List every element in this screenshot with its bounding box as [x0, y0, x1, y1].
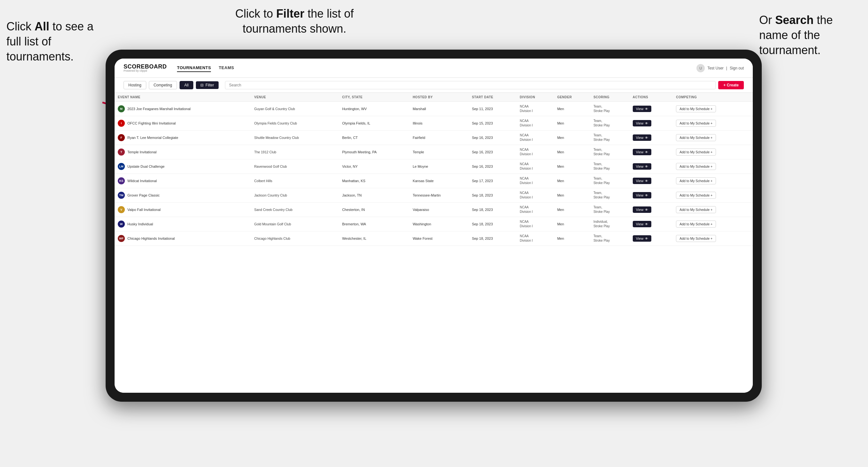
- cell-actions-6: View 👁: [629, 188, 673, 203]
- cell-actions-3: View 👁: [629, 145, 673, 159]
- cell-venue-0: Guyan Golf & Country Club: [251, 102, 339, 116]
- event-name-8: Husky Individual: [127, 222, 153, 226]
- add-schedule-button-7[interactable]: Add to My Schedule +: [676, 206, 716, 213]
- hosting-filter-button[interactable]: Hosting: [124, 81, 146, 89]
- event-name-0: 2023 Joe Feaganes Marshall Invitational: [127, 107, 191, 111]
- table-row: TM Grover Page Classic Jackson Country C…: [115, 188, 753, 203]
- search-input[interactable]: [225, 81, 716, 89]
- cell-start-date-6: Sep 18, 2023: [469, 188, 517, 203]
- event-name-4: Upstate Dual Challenge: [127, 164, 164, 168]
- cell-hosted-by-1: Illinois: [409, 116, 469, 131]
- cell-start-date-5: Sep 17, 2023: [469, 174, 517, 188]
- view-button-6[interactable]: View 👁: [633, 192, 652, 198]
- cell-hosted-by-3: Temple: [409, 145, 469, 159]
- team-logo-8: W: [118, 221, 125, 227]
- avatar: U: [696, 64, 705, 72]
- annotation-topleft: Click All to see a full list of tourname…: [6, 19, 96, 64]
- cell-hosted-by-5: Kansas State: [409, 174, 469, 188]
- cell-division-3: NCAADivision I: [517, 145, 554, 159]
- cell-city-state-0: Huntington, WV: [339, 102, 409, 116]
- team-logo-6: TM: [118, 192, 125, 199]
- cell-scoring-4: Team,Stroke Play: [590, 159, 629, 174]
- cell-division-4: NCAADivision I: [517, 159, 554, 174]
- cell-competing-1: Add to My Schedule +: [673, 116, 753, 131]
- view-button-4[interactable]: View 👁: [633, 163, 652, 169]
- view-button-9[interactable]: View 👁: [633, 235, 652, 242]
- cell-hosted-by-7: Valparaiso: [409, 203, 469, 217]
- cell-scoring-8: Individual,Stroke Play: [590, 217, 629, 231]
- tab-tournaments[interactable]: TOURNAMENTS: [177, 64, 211, 72]
- cell-start-date-8: Sep 18, 2023: [469, 217, 517, 231]
- add-schedule-button-1[interactable]: Add to My Schedule +: [676, 120, 716, 127]
- cell-actions-2: View 👁: [629, 131, 673, 145]
- cell-start-date-1: Sep 15, 2023: [469, 116, 517, 131]
- team-logo-0: M: [118, 105, 125, 112]
- view-button-0[interactable]: View 👁: [633, 105, 652, 112]
- view-button-3[interactable]: View 👁: [633, 149, 652, 155]
- table-row: WF Chicago Highlands Invitational Chicag…: [115, 231, 753, 246]
- col-gender: GENDER: [554, 93, 590, 102]
- col-division: DIVISION: [517, 93, 554, 102]
- cell-actions-4: View 👁: [629, 159, 673, 174]
- event-name-7: Valpo Fall Invitational: [127, 208, 161, 212]
- event-name-6: Grover Page Classic: [127, 193, 160, 197]
- cell-competing-9: Add to My Schedule +: [673, 231, 753, 246]
- annotation-topcenter: Click to Filter the list of tournaments …: [218, 6, 371, 36]
- cell-gender-8: Men: [554, 217, 590, 231]
- brand-logo: SCOREBOARD Powered by clippd: [124, 64, 167, 72]
- sign-out-link[interactable]: Sign out: [730, 66, 744, 70]
- add-schedule-button-3[interactable]: Add to My Schedule +: [676, 149, 716, 156]
- cell-actions-1: View 👁: [629, 116, 673, 131]
- add-schedule-button-6[interactable]: Add to My Schedule +: [676, 192, 716, 199]
- col-competing: COMPETING: [673, 93, 753, 102]
- all-filter-button[interactable]: All: [180, 81, 193, 89]
- cell-competing-7: Add to My Schedule +: [673, 203, 753, 217]
- cell-event-name-9: WF Chicago Highlands Invitational: [115, 231, 251, 246]
- add-schedule-button-4[interactable]: Add to My Schedule +: [676, 163, 716, 170]
- add-schedule-button-2[interactable]: Add to My Schedule +: [676, 134, 716, 141]
- cell-competing-0: Add to My Schedule +: [673, 102, 753, 116]
- cell-city-state-8: Bremerton, WA: [339, 217, 409, 231]
- create-button[interactable]: + Create: [718, 81, 744, 89]
- view-button-7[interactable]: View 👁: [633, 207, 652, 213]
- table-container: EVENT NAME VENUE CITY, STATE HOSTED BY S…: [115, 93, 753, 393]
- cell-division-1: NCAADivision I: [517, 116, 554, 131]
- view-button-5[interactable]: View 👁: [633, 178, 652, 184]
- cell-venue-4: Ravenwood Golf Club: [251, 159, 339, 174]
- cell-division-9: NCAADivision I: [517, 231, 554, 246]
- add-schedule-button-0[interactable]: Add to My Schedule +: [676, 105, 716, 112]
- filter-label: Filter: [206, 83, 214, 87]
- brand-sub: Powered by clippd: [124, 69, 167, 72]
- cell-scoring-5: Team,Stroke Play: [590, 174, 629, 188]
- view-button-8[interactable]: View 👁: [633, 221, 652, 227]
- user-name: Test User: [707, 66, 724, 70]
- event-name-3: Temple Invitational: [127, 150, 156, 154]
- competing-filter-button[interactable]: Competing: [149, 81, 177, 89]
- cell-hosted-by-8: Washington: [409, 217, 469, 231]
- event-name-5: Wildcat Invitational: [127, 179, 157, 183]
- cell-competing-6: Add to My Schedule +: [673, 188, 753, 203]
- cell-gender-7: Men: [554, 203, 590, 217]
- tournaments-table: EVENT NAME VENUE CITY, STATE HOSTED BY S…: [115, 93, 753, 246]
- team-logo-3: T: [118, 149, 125, 156]
- create-label: + Create: [723, 83, 739, 87]
- cell-city-state-3: Plymouth Meeting, PA: [339, 145, 409, 159]
- cell-venue-2: Shuttle Meadow Country Club: [251, 131, 339, 145]
- add-schedule-button-9[interactable]: Add to My Schedule +: [676, 235, 716, 242]
- add-schedule-button-5[interactable]: Add to My Schedule +: [676, 177, 716, 184]
- view-button-2[interactable]: View 👁: [633, 134, 652, 141]
- cell-gender-0: Men: [554, 102, 590, 116]
- table-header-row: EVENT NAME VENUE CITY, STATE HOSTED BY S…: [115, 93, 753, 102]
- cell-venue-1: Olympia Fields Country Club: [251, 116, 339, 131]
- tab-teams[interactable]: TEAMS: [219, 64, 234, 72]
- add-schedule-button-8[interactable]: Add to My Schedule +: [676, 221, 716, 227]
- cell-event-name-1: I OFCC Fighting Illini Invitational: [115, 116, 251, 131]
- view-button-1[interactable]: View 👁: [633, 120, 652, 126]
- cell-scoring-9: Team,Stroke Play: [590, 231, 629, 246]
- cell-actions-7: View 👁: [629, 203, 673, 217]
- cell-event-name-0: M 2023 Joe Feaganes Marshall Invitationa…: [115, 102, 251, 116]
- cell-actions-5: View 👁: [629, 174, 673, 188]
- cell-gender-3: Men: [554, 145, 590, 159]
- cell-start-date-0: Sep 11, 2023: [469, 102, 517, 116]
- filter-button[interactable]: ⊟ Filter: [196, 81, 219, 89]
